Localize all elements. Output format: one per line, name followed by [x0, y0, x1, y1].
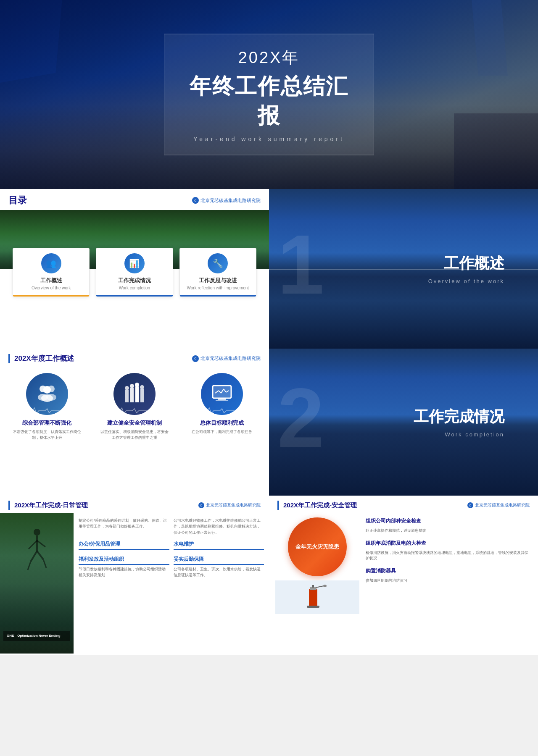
svg-point-12 [135, 383, 139, 387]
wo-item-3: 总体目标顺利完成 在公司领导下，顺利完成了各项任务 [186, 373, 258, 441]
toc-slide: 目录 C 北京元芯碳基集成电路研究院 👥 工作概述 Overview of th… [0, 189, 269, 349]
security-org: C 北京元芯碳基集成电路研究院 [467, 502, 530, 508]
wo-desc-2: 以责任落实、积极消防安全隐患，将安全工作方管理工作的重中之重 [99, 429, 170, 441]
wo-desc-1: 不断强化了各项制度，认真落实工作岗位制，整体水平上升 [11, 429, 83, 441]
row-4: 202X年工作完成-日常管理 C 北京元芯碳基集成电路研究院 ONE—Optim… [0, 496, 538, 655]
security-item-3-title: 购置消防器具 [366, 567, 532, 576]
svg-line-26 [31, 551, 37, 562]
cover-title: 年终工作总结汇报 [190, 72, 348, 131]
work-overview-slide: 202X年度工作概述 C 北京元芯碳基集成电路研究院 [0, 349, 269, 496]
toc-card-2-icon: 📊 [124, 253, 145, 273]
svg-line-27 [37, 551, 43, 559]
daily-accent-bar [8, 501, 10, 510]
security-org-icon: C [467, 502, 473, 508]
work-overview-header: 202X年度工作概述 C 北京元芯碳基集成电路研究院 [0, 349, 269, 367]
security-accent-bar [277, 501, 279, 510]
wo-circle-2 [113, 373, 156, 415]
daily-org: C 北京元芯碳基集成电路研究院 [198, 502, 261, 508]
toc-card-2-label: 工作完成情况 [100, 277, 168, 284]
toc-card-3-icon: 🔧 [208, 253, 228, 273]
section1-text: 工作概述 Overview of the work [428, 253, 504, 284]
daily-left-image: ONE—Optimization Never Ending [0, 513, 74, 654]
daily-item-1: 办公/劳保用品管理 [79, 541, 169, 551]
slide-cover: 202X年 年终工作总结汇报 Year-end work summary rep… [0, 0, 538, 189]
team-icon [122, 381, 147, 407]
heartbeat-1 [26, 407, 68, 415]
daily-item-3: 福利发放及活动组织 节假日发放福利和各种团建措施，协助公司组织活动相关安排及策划 [79, 556, 169, 578]
svg-point-22 [34, 529, 40, 536]
work-overview-items: 综合部管理不断强化 不断强化了各项制度，认真落实工作岗位制，整体水平上升 [0, 367, 269, 445]
daily-item-4: 妥实后勤保障 公司各项建材、卫生、班次、饮用水供给，着发快递信息证快递等工作。 [174, 556, 264, 578]
section1-slide: 1 工作概述 Overview of the work [269, 189, 538, 349]
toc-cards: 👥 工作概述 Overview of the work 📊 工作完成情况 Wor… [0, 248, 269, 297]
wo-item-2: 建立健全安全管理机制 以责任落实、积极消防安全隐患，将安全工作方管理工作的重中之… [99, 373, 170, 441]
fire-extinguisher-svg [301, 583, 334, 612]
svg-rect-7 [130, 388, 134, 402]
toc-org: C 北京元芯碳基集成电路研究院 [192, 197, 261, 204]
security-left: 全年无火灾无隐患 [275, 517, 359, 614]
toc-title: 目录 [8, 194, 27, 207]
row-3: 202X年度工作概述 C 北京元芯碳基集成电路研究院 [0, 349, 538, 496]
daily-slide: 202X年工作完成-日常管理 C 北京元芯碳基集成电路研究院 ONE—Optim… [0, 496, 269, 655]
svg-line-29 [43, 559, 46, 568]
daily-org-icon: C [198, 502, 204, 508]
daily-one-text-box: ONE—Optimization Never Ending [3, 631, 70, 641]
work-overview-org: C 北京元芯碳基集成电路研究院 [192, 355, 261, 362]
work-overview-org-icon: C [192, 355, 199, 362]
cover-year: 202X年 [190, 47, 348, 68]
svg-line-33 [316, 586, 324, 588]
security-item-2-desc: 检修消防设施，消火灾自动报警系统线路的地埋电阻，接地电阻，系统的跳地，管线的安装… [366, 550, 532, 562]
security-item-2: 组织年底消防及电的大检查 检修消防设施，消火灾自动报警系统线路的地埋电阻，接地电… [366, 540, 532, 562]
svg-rect-6 [125, 390, 129, 402]
daily-item-3-desc: 节假日发放福利和各种团建措施，协助公司组织活动相关安排及策划 [79, 567, 169, 578]
header-accent-bar [8, 354, 10, 363]
daily-header: 202X年工作完成-日常管理 C 北京元芯碳基集成电路研究院 [0, 496, 269, 513]
wo-desc-3: 在公司领导下，顺利完成了各项任务 [192, 429, 252, 435]
wo-title-2: 建立健全安全管理机制 [107, 419, 162, 427]
daily-desc-right: 公司水电维好物修工作，水电维护维修能公司正常工作，足以组织协调处到紧维修、积机向… [174, 517, 264, 536]
daily-item-4-desc: 公司各项建材、卫生、班次、饮用水供给，着发快递信息证快递等工作。 [174, 567, 264, 578]
toc-card-3: 🔧 工作反思与改进 Work reflection with improveme… [179, 248, 256, 297]
daily-one-bg: ONE—Optimization Never Ending [3, 631, 70, 641]
runner-silhouette [20, 526, 54, 578]
heartbeat-3 [201, 407, 243, 415]
badge-text: 全年无火灾无隐患 [295, 543, 339, 551]
toc-card-3-sublabel: Work reflection with improvement [184, 286, 252, 290]
section2-en-title: Work completion [414, 431, 504, 438]
security-item-1-title: 组织公司内部种安全检查 [366, 517, 532, 526]
svg-rect-32 [312, 585, 314, 588]
svg-rect-16 [216, 400, 228, 401]
svg-rect-30 [309, 589, 317, 608]
security-item-3: 购置消防器具 参加四区组织的消防演习 [366, 567, 532, 584]
security-content: 全年无火灾无隐患 组织公司 [269, 513, 538, 618]
svg-point-5 [41, 394, 53, 402]
security-header: 202X年工作完成-安全管理 C 北京元芯碳基集成电路研究院 [269, 496, 538, 513]
cover-text-box: 202X年 年终工作总结汇报 Year-end work summary rep… [164, 34, 374, 155]
wo-title-3: 总体目标顺利完成 [200, 419, 244, 427]
row-2: 目录 C 北京元芯碳基集成电路研究院 👥 工作概述 Overview of th… [0, 189, 538, 349]
svg-line-28 [28, 562, 31, 570]
wo-circle-3 [201, 373, 243, 415]
daily-item-4-title: 妥实后勤保障 [174, 556, 264, 565]
security-item-1-desc: 纠正违章操作和规范，避设溢患整改 [366, 528, 532, 534]
daily-item-2: 水电维护 [174, 541, 264, 551]
daily-item-3-title: 福利发放及活动组织 [79, 556, 169, 565]
daily-org-text: 北京元芯碳基集成电路研究院 [206, 502, 261, 508]
security-slide: 202X年工作完成-安全管理 C 北京元芯碳基集成电路研究院 全年无火灾无隐患 [269, 496, 538, 655]
svg-line-25 [37, 541, 45, 547]
section1-en-title: Overview of the work [428, 278, 504, 284]
work-overview-title: 202X年度工作概述 [14, 354, 74, 363]
toc-card-1-label: 工作概述 [17, 277, 85, 284]
people-icon [34, 381, 60, 407]
toc-card-1-sublabel: Overview of the work [17, 286, 85, 290]
svg-point-34 [323, 585, 327, 587]
section2-text: 工作完成情况 Work completion [414, 407, 504, 438]
daily-one-label: ONE—Optimization Never Ending [7, 633, 67, 638]
svg-point-13 [140, 385, 144, 389]
fire-free-badge: 全年无火灾无隐患 [288, 517, 347, 576]
svg-point-2 [43, 386, 51, 394]
security-item-3-desc: 参加四区组织的消防演习 [366, 578, 532, 584]
section2-slide: 2 工作完成情况 Work completion [269, 349, 538, 496]
daily-right-content: 制定公司/采购商品的采购计划，做好采购、保管、运用等管理工作，为各部门做好服务工… [74, 513, 269, 654]
security-header-left: 202X年工作完成-安全管理 [277, 501, 357, 510]
